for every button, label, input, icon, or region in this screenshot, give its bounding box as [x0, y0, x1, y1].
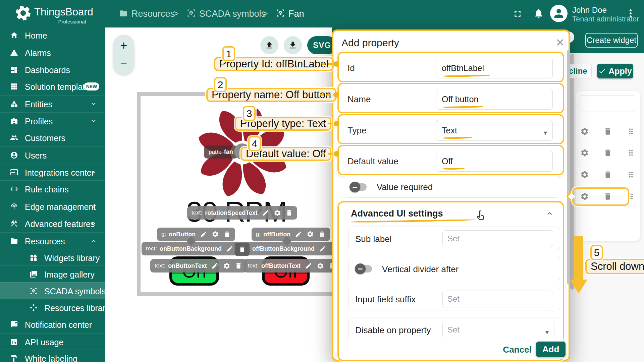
breadcrumb-resources[interactable]: Resources [131, 9, 175, 19]
gear-icon[interactable] [223, 262, 230, 269]
sidebar-item-customers[interactable]: Customers [0, 129, 105, 146]
apply-button[interactable]: Apply [597, 64, 633, 78]
sidebar-item-edge-management[interactable]: Edge management [0, 198, 105, 215]
add-property-dialog: Add property ✕ Id Name Type Text ▾ Defau… [332, 29, 570, 361]
check-icon [598, 67, 606, 75]
collapse-chevron-icon[interactable] [545, 209, 554, 218]
dialog-scrollbar[interactable] [567, 50, 570, 284]
sidebar-item-rule-chains[interactable]: Rule chains [0, 180, 105, 197]
field-id-highlight: Id [337, 52, 564, 82]
breadcrumb-scada-symbols[interactable]: SCADA symbols [199, 9, 266, 19]
white-labeling-icon [10, 354, 18, 362]
sidebar-item-notification-center[interactable]: Notification center [0, 316, 105, 333]
annotation-number-5: 5 [590, 245, 603, 260]
sidebar-item-advanced-features[interactable]: Advanced features [0, 215, 105, 232]
pencil-icon[interactable] [319, 245, 326, 252]
annotation-label-5: Scroll down [585, 259, 644, 274]
avatar[interactable] [550, 5, 568, 22]
zoom-out-button[interactable]: − [113, 56, 134, 70]
zoom-in-button[interactable]: + [113, 35, 134, 56]
tag-rotation-speed-text: text:rotationSpeedText [187, 206, 297, 220]
kebab-menu-icon[interactable] [625, 7, 637, 19]
notifications-bell-icon[interactable] [533, 8, 544, 19]
scada-cube-icon [276, 8, 285, 18]
close-icon[interactable]: ✕ [553, 36, 567, 49]
caret-down-icon: ▾ [544, 129, 547, 137]
sidebar-item-users[interactable]: Users [0, 146, 105, 163]
trash-icon[interactable] [318, 231, 326, 238]
gear-icon[interactable] [580, 170, 589, 179]
sidebar-item-white-labeling[interactable]: White labeling [0, 350, 105, 362]
image-gallery-icon [30, 270, 38, 278]
trash-icon[interactable] [603, 127, 612, 136]
chevron-up-icon [90, 237, 97, 245]
drag-handle-icon[interactable] [627, 170, 635, 179]
scada-cube-icon [30, 287, 38, 295]
templates-icon [10, 82, 18, 90]
gear-icon[interactable] [580, 127, 589, 136]
trash-icon[interactable] [235, 262, 242, 269]
gear-icon[interactable] [307, 231, 314, 238]
pencil-icon[interactable] [295, 231, 302, 238]
sidebar-item-api-usage[interactable]: API usage [0, 333, 105, 350]
pencil-icon[interactable] [200, 231, 207, 238]
sidebar-item-solution-templates[interactable]: Solution templates NEW [0, 78, 105, 95]
resources-library-icon [30, 304, 38, 312]
sidebar-item-home[interactable]: Home [0, 27, 105, 44]
trash-icon[interactable] [223, 231, 231, 238]
upload-button[interactable] [260, 36, 278, 54]
pencil-icon[interactable] [211, 262, 219, 269]
field-default-highlight: Default value [337, 145, 564, 175]
vertical-divider-toggle[interactable] [356, 265, 372, 273]
integrations-icon [10, 168, 18, 176]
property-name-field[interactable] [580, 95, 635, 112]
sidebar-item-dashboards[interactable]: Dashboards [0, 61, 105, 78]
trash-icon[interactable] [603, 148, 612, 157]
gear-icon[interactable] [580, 148, 589, 157]
sidebar-item-widgets-library[interactable]: Widgets library [0, 249, 105, 266]
gear-icon[interactable] [212, 231, 219, 238]
brand-name: ThingsBoard [34, 6, 93, 18]
add-button[interactable]: Add [536, 342, 566, 357]
cancel-button[interactable]: Cancel [501, 343, 533, 356]
sidebar-item-alarms[interactable]: Alarms [0, 44, 105, 61]
pencil-icon[interactable] [226, 245, 233, 252]
create-widget-button[interactable]: Create widget [585, 33, 638, 48]
folder-icon [10, 237, 18, 245]
value-required-toggle[interactable] [351, 183, 367, 191]
gear-icon[interactable] [317, 262, 324, 269]
panel-scrollbar[interactable] [570, 54, 574, 290]
sidebar-item-integrations-center[interactable]: Integrations center [0, 164, 105, 180]
property-row [580, 168, 635, 181]
zoom-control: + − [113, 35, 134, 75]
drag-handle-icon[interactable] [627, 127, 635, 136]
sub-label-input[interactable] [442, 230, 553, 247]
new-badge: NEW [84, 82, 99, 90]
thingsboard-logo-icon [14, 4, 32, 22]
sidebar-item-profiles[interactable]: Profiles [0, 112, 105, 129]
sub-label-label: Sub label [355, 234, 391, 244]
sidebar-item-image-gallery[interactable]: Image gallery [0, 265, 105, 282]
brand-edition: Professional [50, 19, 86, 24]
trash-icon [238, 246, 246, 253]
download-button[interactable] [284, 36, 302, 54]
disable-on-property-select[interactable]: Set ▾ [442, 321, 554, 339]
sidebar-item-resources-library[interactable]: Resources library [0, 299, 105, 316]
pencil-icon[interactable] [305, 262, 312, 269]
input-suffix-input[interactable] [442, 291, 553, 307]
tag-on-button-group: g:onButton [157, 228, 235, 241]
property-row [580, 125, 635, 138]
trash-icon[interactable] [603, 170, 612, 179]
sidebar-item-scada-symbols[interactable]: SCADA symbols [0, 282, 105, 299]
trash-icon[interactable] [285, 209, 293, 217]
sidebar-item-resources[interactable]: Resources [0, 232, 105, 249]
gear-icon[interactable] [274, 209, 281, 217]
default-value-label: Default value [347, 156, 398, 167]
sidebar-item-entities[interactable]: Entities [0, 95, 105, 112]
fullscreen-icon[interactable] [513, 9, 523, 19]
trash-tile[interactable] [235, 243, 250, 256]
value-required-card: Value required [343, 176, 559, 198]
chevron-down-icon [90, 117, 97, 125]
drag-handle-icon[interactable] [627, 148, 635, 157]
pencil-icon[interactable] [262, 209, 269, 217]
